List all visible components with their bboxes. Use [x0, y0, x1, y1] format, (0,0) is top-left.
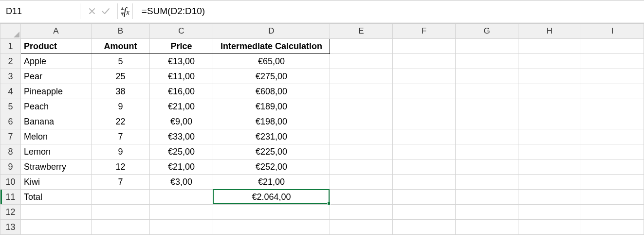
cancel-button[interactable] [85, 7, 99, 15]
cell-E2[interactable] [330, 54, 393, 69]
cell-A4[interactable]: Pineapple [21, 84, 92, 99]
cell-G13[interactable] [456, 220, 518, 235]
cell-H8[interactable] [518, 144, 581, 159]
cell-D1[interactable]: Intermediate Calculation [213, 39, 330, 54]
cell-C12[interactable] [150, 205, 213, 220]
cell-D7[interactable]: €231,00 [213, 129, 330, 144]
cell-H10[interactable] [518, 175, 581, 190]
row-header-6[interactable]: 6 [0, 114, 21, 129]
cell-F4[interactable] [393, 84, 456, 99]
cell-I3[interactable] [581, 69, 644, 84]
col-header-B[interactable]: B [92, 24, 150, 39]
cell-F3[interactable] [393, 69, 456, 84]
cell-B13[interactable] [92, 220, 150, 235]
select-all-corner[interactable] [0, 24, 21, 39]
cell-F6[interactable] [393, 114, 456, 129]
cell-C5[interactable]: €21,00 [150, 99, 213, 114]
cell-H7[interactable] [518, 129, 581, 144]
cell-B11[interactable] [92, 190, 150, 205]
cell-D4[interactable]: €608,00 [213, 84, 330, 99]
cell-C2[interactable]: €13,00 [150, 54, 213, 69]
cell-F1[interactable] [393, 39, 456, 54]
cell-F8[interactable] [393, 144, 456, 159]
cell-C6[interactable]: €9,00 [150, 114, 213, 129]
cell-E6[interactable] [330, 114, 393, 129]
confirm-button[interactable] [99, 7, 112, 15]
cell-D12[interactable] [213, 205, 330, 220]
cell-G4[interactable] [456, 84, 518, 99]
fx-icon[interactable]: fx [123, 6, 131, 17]
cell-C4[interactable]: €16,00 [150, 84, 213, 99]
cell-H13[interactable] [518, 220, 581, 235]
cell-A2[interactable]: Apple [21, 54, 92, 69]
cell-D10[interactable]: €21,00 [213, 175, 330, 190]
cell-I12[interactable] [581, 205, 644, 220]
cell-B8[interactable]: 9 [92, 144, 150, 159]
cell-D5[interactable]: €189,00 [213, 99, 330, 114]
cell-I10[interactable] [581, 175, 644, 190]
row-header-8[interactable]: 8 [0, 144, 21, 159]
cell-D6[interactable]: €198,00 [213, 114, 330, 129]
cell-B7[interactable]: 7 [92, 129, 150, 144]
row-header-5[interactable]: 5 [0, 99, 21, 114]
cell-F11[interactable] [393, 190, 456, 205]
cell-G7[interactable] [456, 129, 518, 144]
col-header-D[interactable]: D [213, 24, 330, 39]
cell-F13[interactable] [393, 220, 456, 235]
cell-B6[interactable]: 22 [92, 114, 150, 129]
row-header-4[interactable]: 4 [0, 84, 21, 99]
cell-H11[interactable] [518, 190, 581, 205]
cell-I9[interactable] [581, 159, 644, 175]
cell-C3[interactable]: €11,00 [150, 69, 213, 84]
cell-B2[interactable]: 5 [92, 54, 150, 69]
cell-H3[interactable] [518, 69, 581, 84]
cell-G8[interactable] [456, 144, 518, 159]
cell-E13[interactable] [330, 220, 393, 235]
cell-H5[interactable] [518, 99, 581, 114]
row-header-7[interactable]: 7 [0, 129, 21, 144]
row-header-13[interactable]: 13 [0, 220, 21, 235]
row-header-10[interactable]: 10 [0, 175, 21, 190]
cell-A12[interactable] [21, 205, 92, 220]
cell-H6[interactable] [518, 114, 581, 129]
cell-F5[interactable] [393, 99, 456, 114]
cell-E9[interactable] [330, 159, 393, 175]
col-header-A[interactable]: A [21, 24, 92, 39]
cell-A8[interactable]: Lemon [21, 144, 92, 159]
cell-G2[interactable] [456, 54, 518, 69]
cell-D2[interactable]: €65,00 [213, 54, 330, 69]
row-header-11[interactable]: 11 [0, 190, 21, 205]
row-header-12[interactable]: 12 [0, 205, 21, 220]
cell-G12[interactable] [456, 205, 518, 220]
cell-C11[interactable] [150, 190, 213, 205]
cell-E10[interactable] [330, 175, 393, 190]
cell-F10[interactable] [393, 175, 456, 190]
cell-I1[interactable] [581, 39, 644, 54]
col-header-E[interactable]: E [330, 24, 393, 39]
cell-A1[interactable]: Product [21, 39, 92, 54]
cell-I4[interactable] [581, 84, 644, 99]
cell-B4[interactable]: 38 [92, 84, 150, 99]
cell-G6[interactable] [456, 114, 518, 129]
cell-C1[interactable]: Price [150, 39, 213, 54]
row-header-1[interactable]: 1 [0, 39, 21, 54]
cell-A3[interactable]: Pear [21, 69, 92, 84]
cell-G1[interactable] [456, 39, 518, 54]
cell-B3[interactable]: 25 [92, 69, 150, 84]
col-header-F[interactable]: F [393, 24, 456, 39]
col-header-C[interactable]: C [150, 24, 213, 39]
cell-A7[interactable]: Melon [21, 129, 92, 144]
cell-H1[interactable] [518, 39, 581, 54]
cell-C7[interactable]: €33,00 [150, 129, 213, 144]
cell-H9[interactable] [518, 159, 581, 175]
cell-E3[interactable] [330, 69, 393, 84]
cell-I13[interactable] [581, 220, 644, 235]
cell-G9[interactable] [456, 159, 518, 175]
cell-F7[interactable] [393, 129, 456, 144]
cell-F12[interactable] [393, 205, 456, 220]
cell-C9[interactable]: €21,00 [150, 159, 213, 175]
cell-I2[interactable] [581, 54, 644, 69]
cell-D3[interactable]: €275,00 [213, 69, 330, 84]
cell-G11[interactable] [456, 190, 518, 205]
row-header-3[interactable]: 3 [0, 69, 21, 84]
